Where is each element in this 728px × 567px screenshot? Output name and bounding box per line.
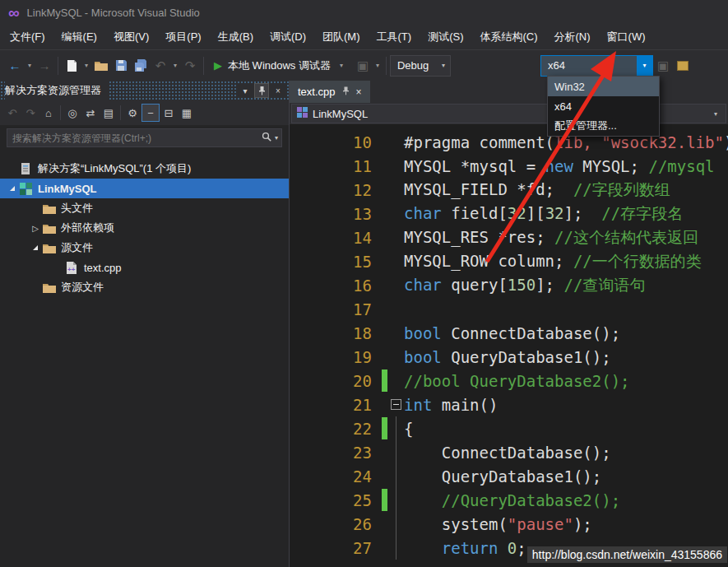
menu-item[interactable]: 项目(P): [157, 26, 209, 49]
code-line[interactable]: 22{: [290, 416, 728, 440]
platform-option[interactable]: x64: [548, 96, 659, 116]
se-sync-active-document-icon[interactable]: ⇄: [81, 104, 100, 122]
new-file-caret-icon[interactable]: ▾: [81, 56, 91, 76]
menu-item[interactable]: 测试(S): [420, 26, 471, 49]
search-icon[interactable]: [262, 132, 272, 145]
code-line[interactable]: 25 //QueryDatabase2();: [290, 488, 728, 512]
menu-item[interactable]: 编辑(E): [53, 26, 105, 49]
code-line[interactable]: 15MYSQL_ROW column; //一个行数据的类: [290, 249, 728, 273]
navigate-forward-icon[interactable]: →: [35, 56, 54, 76]
se-pending-changes-icon[interactable]: ▤: [100, 104, 118, 122]
code-line[interactable]: 12MYSQL_FIELD *fd; //字段列数组: [290, 178, 728, 202]
code-line[interactable]: 16char query[150]; //查询语句: [290, 273, 728, 297]
start-debug-button[interactable]: ▶ 本地 Windows 调试器 ▾: [207, 55, 353, 77]
tab-pin-icon[interactable]: [342, 86, 350, 98]
undo-icon[interactable]: ↶: [151, 56, 170, 76]
menu-item[interactable]: 生成(B): [210, 26, 262, 49]
code-line[interactable]: 23 ConnectDatabase();: [290, 440, 728, 464]
file-node-text-cpp[interactable]: ++text.cpp: [0, 258, 289, 277]
menu-item[interactable]: 窗口(W): [599, 26, 654, 49]
save-all-icon[interactable]: [131, 56, 151, 76]
fold-guide: [388, 464, 404, 488]
solution-configurations-combo[interactable]: Debug ▾: [390, 55, 451, 77]
platform-dropdown-button[interactable]: ▾: [637, 56, 652, 76]
debug-target-caret-icon[interactable]: ▾: [336, 56, 346, 76]
navigate-back-icon[interactable]: ←: [5, 56, 25, 76]
solution-explorer-header: 解决方案资源管理器 ▾ ×: [0, 81, 289, 100]
preview-window-icon[interactable]: ▣: [653, 56, 673, 76]
folder-node-header-files[interactable]: 头文件: [0, 198, 289, 218]
pin-icon[interactable]: [254, 83, 269, 98]
window-position-caret-icon[interactable]: ▾: [238, 83, 253, 98]
se-back-icon[interactable]: ↶: [3, 104, 21, 122]
chevron-down-icon[interactable]: ▾: [275, 134, 278, 142]
navbar-scope-combo[interactable]: LinkMySQL ▾: [291, 104, 726, 123]
menu-item[interactable]: 体系结构(C): [471, 26, 545, 49]
folder-node-source-files[interactable]: 源文件: [0, 238, 289, 258]
open-file-icon[interactable]: [91, 56, 111, 76]
solution-search-input[interactable]: [12, 132, 262, 144]
se-home-icon[interactable]: ⌂: [39, 104, 58, 122]
code-line[interactable]: 24 QueryDatabase1();: [290, 464, 728, 488]
code-line[interactable]: 13char field[32][32]; //存字段名: [290, 202, 728, 225]
code-line[interactable]: 26 system("pause");: [290, 512, 728, 536]
folder-node-resource-files[interactable]: 资源文件: [0, 277, 289, 297]
solution-platforms-combo[interactable]: x64 ▾: [540, 55, 653, 77]
code-line[interactable]: 11MYSQL *mysql = new MYSQL; //mysql: [290, 154, 728, 178]
line-number: 11: [290, 157, 373, 175]
se-collapse-all-icon[interactable]: ⊟: [160, 104, 178, 122]
code-editor[interactable]: 10#pragma comment(lib, "wsock32.lib")11M…: [290, 124, 728, 567]
platform-option[interactable]: 配置管理器...: [548, 116, 659, 136]
se-properties-icon[interactable]: ⚙: [123, 104, 141, 122]
menu-item[interactable]: 调试(D): [262, 26, 314, 49]
chevron-down-icon[interactable]: ▾: [437, 62, 450, 69]
tree-expander-icon[interactable]: ▷: [28, 224, 43, 233]
se-show-all-files-icon[interactable]: ▦: [178, 104, 196, 122]
se-preview-selected-icon[interactable]: −: [141, 104, 160, 122]
fold-collapse-icon[interactable]: [388, 393, 404, 416]
code-line[interactable]: 10#pragma comment(lib, "wsock32.lib"): [290, 130, 728, 154]
tree-label: LinkMySQL: [36, 183, 97, 195]
tree-expander-icon[interactable]: [5, 186, 20, 191]
debug-history-caret-icon[interactable]: ▾: [373, 56, 383, 76]
line-number: 25: [290, 491, 373, 509]
se-forward-icon[interactable]: ↷: [21, 104, 39, 122]
se-scope-icon[interactable]: ◎: [63, 104, 81, 122]
tab-label: text.cpp: [298, 86, 336, 98]
menu-item[interactable]: 分析(N): [546, 26, 599, 49]
tree-label: 源文件: [59, 240, 93, 255]
chevron-down-icon[interactable]: ▾: [714, 110, 721, 118]
platform-option[interactable]: Win32: [548, 77, 659, 96]
code-text: char field[32][32]; //存字段名: [404, 203, 683, 225]
solution-node[interactable]: 解决方案“LinkMySQL”(1 个项目): [0, 159, 289, 179]
line-number: 21: [290, 396, 373, 414]
new-file-icon[interactable]: [62, 56, 81, 76]
close-icon[interactable]: ×: [356, 86, 362, 98]
code-line[interactable]: 18bool ConnectDatabase();: [290, 321, 728, 345]
menu-item[interactable]: 工具(T): [369, 26, 420, 49]
debug-history-icon[interactable]: ▣: [353, 56, 373, 76]
menu-item[interactable]: 文件(F): [2, 26, 53, 49]
redo-icon[interactable]: ↷: [180, 56, 200, 76]
menu-item[interactable]: 团队(M): [314, 26, 369, 49]
code-line[interactable]: 14MYSQL_RES *res; //这个结构代表返回: [290, 225, 728, 249]
tab-text-cpp[interactable]: text.cpp ×: [290, 81, 370, 103]
tree-label: 解决方案“LinkMySQL”(1 个项目): [36, 161, 191, 176]
close-icon[interactable]: ×: [271, 83, 285, 98]
solution-tree: 解决方案“LinkMySQL”(1 个项目)LinkMySQL头文件▷外部依赖项…: [0, 151, 289, 567]
code-line[interactable]: 19bool QueryDatabase1();: [290, 345, 728, 369]
gold-tool-icon: [677, 61, 689, 71]
code-line[interactable]: 21int main(): [290, 393, 728, 416]
search-box[interactable]: ▾: [7, 128, 282, 147]
folder-node-external-deps[interactable]: ▷外部依赖项: [0, 218, 289, 238]
undo-caret-icon[interactable]: ▾: [170, 56, 180, 76]
tree-expander-icon[interactable]: [28, 245, 43, 250]
menu-item[interactable]: 视图(V): [105, 26, 157, 49]
project-node-linkmysql[interactable]: LinkMySQL: [0, 179, 289, 198]
line-number: 27: [290, 539, 373, 557]
code-line[interactable]: 20//bool QueryDatabase2();: [290, 369, 728, 393]
save-icon[interactable]: [111, 56, 131, 76]
code-line[interactable]: 17: [290, 297, 728, 321]
misc-tool-icon[interactable]: [673, 56, 693, 76]
navigate-back-caret-icon[interactable]: ▾: [25, 56, 35, 76]
